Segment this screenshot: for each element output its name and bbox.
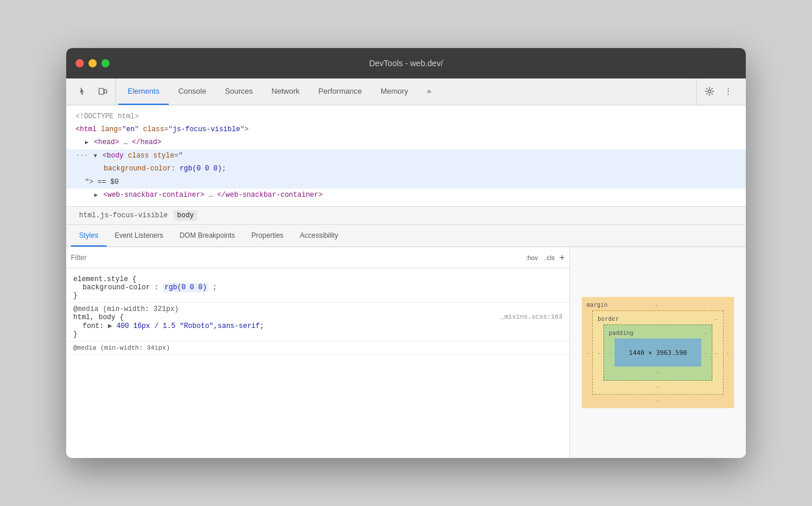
svg-rect-0 [99,88,104,94]
settings-icon[interactable] [701,83,718,100]
breadcrumb-bar: html.js-focus-visible body [66,206,746,225]
tab-sources[interactable]: Sources [216,78,262,105]
tab-performance[interactable]: Performance [309,78,371,105]
device-toolbar-icon[interactable] [94,83,111,100]
close-button[interactable] [76,59,84,67]
more-options-icon[interactable]: ⋮ [720,83,736,100]
dom-line-eq[interactable]: "> == $0 [66,176,746,189]
toolbar-icons [71,78,116,105]
window-title: DevTools - web.dev/ [369,59,443,68]
breadcrumb-html[interactable]: html.js-focus-visible [76,210,171,221]
style-rule-partial: @media (min-width: 341px) [66,341,569,355]
cls-button[interactable]: .cls [543,253,557,262]
inspect-icon[interactable] [76,83,92,100]
subtab-dom-breakpoints[interactable]: DOM Breakpoints [171,225,243,247]
tab-console[interactable]: Console [169,78,216,105]
styles-panel: :hov .cls + element.style { background-c… [66,247,570,458]
subtab-properties[interactable]: Properties [243,225,292,247]
tab-memory[interactable]: Memory [371,78,418,105]
dom-line-doctype[interactable]: <!DOCTYPE html> [66,110,746,123]
subtab-styles[interactable]: Styles [71,225,107,247]
tabbar-right-icons: ⋮ [696,78,741,105]
breadcrumb-body[interactable]: body [173,210,197,221]
style-rule-media: @media (min-width: 321px) html, body { _… [66,303,569,341]
tab-bar: Elements Console Sources Network Perform… [66,78,746,105]
tab-more[interactable]: » [418,78,441,105]
svg-point-2 [708,90,711,93]
tab-elements[interactable]: Elements [118,78,169,105]
style-rule-element: element.style { background-color : rgb(0… [66,273,569,303]
boxmodel-panel: margin - - border - - [570,247,746,458]
svg-rect-1 [104,90,107,93]
dom-line-html[interactable]: <html lang="en" class="js-focus-visible"… [66,123,746,136]
dom-line-snackbar[interactable]: ▶ <web-snackbar-container> … </web-snack… [66,189,746,201]
filter-input[interactable] [71,254,521,262]
filter-bar: :hov .cls + [66,247,569,268]
dom-line-bgcolor[interactable]: background-color: rgb(0 0 0); [66,162,746,175]
box-content: 1440 × 3963.590 [615,339,701,367]
dom-line-body[interactable]: ··· ▼ <body class style=" [66,149,746,162]
minimize-button[interactable] [88,59,97,67]
box-margin: margin - - border - - [582,297,734,408]
main-split: :hov .cls + element.style { background-c… [66,247,746,458]
subtab-event-listeners[interactable]: Event Listeners [107,225,172,247]
subtab-accessibility[interactable]: Accessibility [292,225,346,247]
add-style-button[interactable]: + [559,252,565,263]
titlebar: DevTools - web.dev/ [66,48,746,78]
tab-network[interactable]: Network [262,78,309,105]
dom-line-head[interactable]: ▶ <head> … </head> [66,136,746,149]
maximize-button[interactable] [101,59,110,67]
traffic-lights [76,59,110,67]
box-padding: padding - - 1440 × 3963.590 - [603,324,712,381]
dom-panel: <!DOCTYPE html> <html lang="en" class="j… [66,105,746,207]
box-border: border - - padding - - [592,310,724,395]
devtools-window: DevTools - web.dev/ Elements Console Sou [66,48,746,459]
styles-content: element.style { background-color : rgb(0… [66,268,569,458]
hov-button[interactable]: :hov [523,253,540,262]
subtab-bar: Styles Event Listeners DOM Breakpoints P… [66,225,746,247]
